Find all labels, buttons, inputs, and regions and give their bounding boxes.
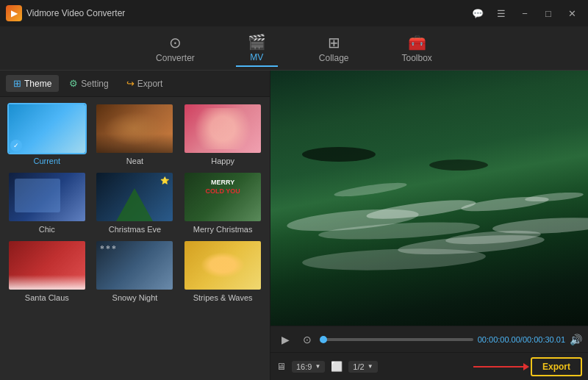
subtab-setting-label: Setting — [81, 79, 108, 89]
theme-thumb-current: ✓ — [7, 103, 87, 154]
selected-badge: ✓ — [10, 140, 22, 151]
arrow-indicator — [473, 366, 525, 368]
right-panel: ▶ ⊙ 00:00:00.00/00:00:30.01 🔊 🖥 16:9 ▼ ⬜… — [270, 71, 588, 380]
play-button[interactable]: ▶ — [276, 331, 294, 348]
monitor-icon: ⬜ — [331, 361, 343, 372]
tab-mv-label: MV — [250, 52, 263, 62]
video-preview — [270, 71, 588, 326]
subtab-theme-label: Theme — [24, 79, 51, 89]
title-bar-controls: 💬 ☰ − □ ✕ — [467, 5, 582, 21]
aspect-ratio-value: 16:9 — [296, 362, 312, 371]
stop-button[interactable]: ⊙ — [298, 331, 316, 348]
tab-converter-label: Converter — [156, 53, 195, 63]
subtab-export-label: Export — [137, 79, 163, 89]
ocean-background — [270, 71, 588, 326]
theme-thumb-happy — [183, 103, 262, 154]
tab-toolbox-label: Toolbox — [402, 53, 432, 63]
theme-label-christmas-eve: Christmas Eve — [109, 225, 162, 234]
setting-subtab-icon: ⚙ — [69, 78, 78, 89]
close-button[interactable]: ✕ — [562, 5, 582, 21]
minimize-button[interactable]: − — [514, 5, 535, 21]
theme-thumb-snowy-night: ❄ ❄ ❄ — [95, 240, 174, 291]
tab-collage-label: Collage — [319, 53, 349, 63]
theme-label-happy: Happy — [211, 157, 234, 165]
theme-thumb-merry-christmas: MERRY COLD YOU — [183, 171, 262, 223]
theme-thumb-christmas-eve: ⭐ — [95, 171, 174, 223]
progress-bar[interactable] — [320, 338, 473, 341]
collage-icon: ⊞ — [328, 34, 340, 51]
resolution-selector[interactable]: 1/2 ▼ — [348, 361, 377, 373]
theme-thumb-santa-claus — [7, 240, 87, 291]
theme-item-chic[interactable]: Chic — [6, 171, 88, 234]
chat-button[interactable]: 💬 — [467, 5, 488, 21]
progress-dot — [320, 336, 327, 343]
theme-grid: ✓ Current Neat — [0, 97, 270, 380]
video-controls: ▶ ⊙ 00:00:00.00/00:00:30.01 🔊 — [270, 326, 588, 352]
app-title: Vidmore Video Converter — [26, 8, 125, 18]
converter-icon: ⊙ — [169, 34, 182, 51]
theme-thumb-chic — [7, 171, 87, 223]
subtab-theme[interactable]: ⊞ Theme — [6, 75, 59, 92]
main-layout: ⊞ Theme ⚙ Setting ↪ Export ✓ Current — [0, 71, 588, 380]
volume-icon[interactable]: 🔊 — [570, 334, 582, 345]
theme-item-neat[interactable]: Neat — [94, 103, 176, 165]
theme-label-chic: Chic — [39, 225, 55, 234]
left-panel: ⊞ Theme ⚙ Setting ↪ Export ✓ Current — [0, 71, 270, 380]
theme-subtab-icon: ⊞ — [13, 78, 21, 89]
theme-item-christmas-eve[interactable]: ⭐ Christmas Eve — [94, 171, 176, 234]
tab-converter[interactable]: ⊙ Converter — [144, 31, 207, 66]
theme-label-merry-christmas: Merry Christmas — [193, 225, 253, 234]
theme-thumb-neat — [95, 103, 174, 154]
theme-item-merry-christmas[interactable]: MERRY COLD YOU Merry Christmas — [182, 171, 264, 234]
mv-icon: 🎬 — [248, 33, 266, 51]
app-icon: ▶ — [6, 5, 22, 21]
tab-collage[interactable]: ⊞ Collage — [307, 31, 361, 66]
theme-item-current[interactable]: ✓ Current — [6, 103, 88, 165]
maximize-button[interactable]: □ — [538, 5, 559, 21]
resolution-dropdown-icon: ▼ — [368, 363, 373, 370]
aspect-dropdown-icon: ▼ — [315, 363, 320, 370]
theme-label-stripes-waves: Stripes & Waves — [193, 293, 253, 302]
title-bar: ▶ Vidmore Video Converter 💬 ☰ − □ ✕ — [0, 0, 588, 26]
theme-label-neat: Neat — [126, 157, 143, 165]
theme-item-happy[interactable]: Happy — [182, 103, 264, 165]
nav-tabs: ⊙ Converter 🎬 MV ⊞ Collage 🧰 Toolbox — [0, 26, 588, 71]
subtab-setting[interactable]: ⚙ Setting — [62, 75, 115, 92]
theme-label-current: Current — [33, 157, 60, 165]
toolbox-icon: 🧰 — [408, 34, 426, 51]
theme-item-snowy-night[interactable]: ❄ ❄ ❄ Snowy Night — [94, 240, 176, 302]
export-row: 🖥 16:9 ▼ ⬜ 1/2 ▼ Export — [270, 352, 588, 380]
subtab-export[interactable]: ↪ Export — [119, 75, 171, 92]
theme-item-stripes-waves[interactable]: Stripes & Waves — [182, 240, 264, 302]
theme-label-santa-claus: Santa Claus — [25, 293, 69, 302]
menu-button[interactable]: ☰ — [491, 5, 512, 21]
export-button[interactable]: Export — [531, 357, 582, 376]
title-bar-left: ▶ Vidmore Video Converter — [6, 5, 125, 21]
resolution-value: 1/2 — [353, 362, 364, 371]
aspect-ratio-selector[interactable]: 16:9 ▼ — [292, 361, 325, 373]
theme-thumb-stripes-waves — [183, 240, 262, 291]
sub-tabs: ⊞ Theme ⚙ Setting ↪ Export — [0, 71, 270, 97]
tab-toolbox[interactable]: 🧰 Toolbox — [390, 31, 444, 66]
theme-item-santa-claus[interactable]: Santa Claus — [6, 240, 88, 302]
tab-mv[interactable]: 🎬 MV — [236, 30, 278, 67]
theme-label-snowy-night: Snowy Night — [112, 293, 158, 302]
export-subtab-icon: ↪ — [126, 78, 135, 89]
time-display: 00:00:00.00/00:00:30.01 — [478, 335, 565, 344]
screen-icon: 🖥 — [276, 361, 286, 372]
